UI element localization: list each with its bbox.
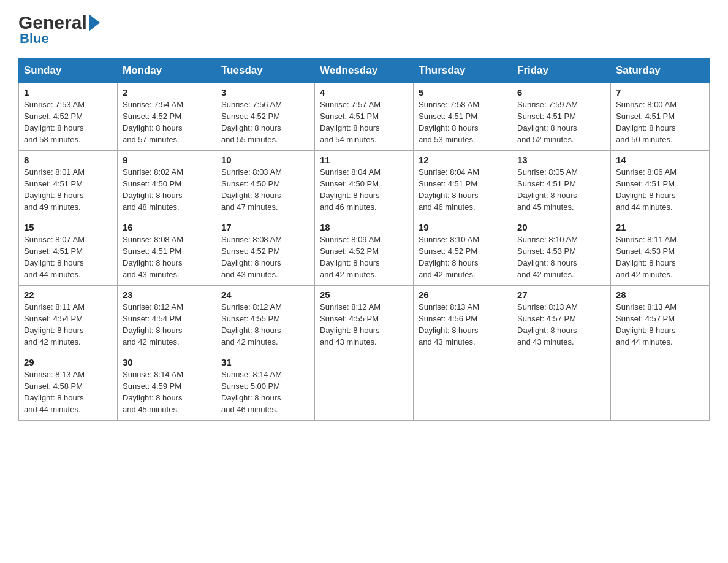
day-info: Sunrise: 8:11 AMSunset: 4:54 PMDaylight:… xyxy=(24,302,112,348)
day-info: Sunrise: 7:57 AMSunset: 4:51 PMDaylight:… xyxy=(320,99,408,145)
calendar-cell: 18Sunrise: 8:09 AMSunset: 4:52 PMDayligh… xyxy=(315,218,414,286)
day-number: 21 xyxy=(616,222,704,232)
header-tuesday: Tuesday xyxy=(216,58,315,83)
calendar-week-1: 1Sunrise: 7:53 AMSunset: 4:52 PMDaylight… xyxy=(19,83,710,151)
calendar-header-row: SundayMondayTuesdayWednesdayThursdayFrid… xyxy=(19,58,710,83)
day-info: Sunrise: 8:04 AMSunset: 4:50 PMDaylight:… xyxy=(320,167,408,213)
calendar-cell: 4Sunrise: 7:57 AMSunset: 4:51 PMDaylight… xyxy=(315,83,414,151)
day-number: 22 xyxy=(24,289,112,300)
day-number: 5 xyxy=(419,87,507,98)
day-number: 27 xyxy=(517,289,605,300)
day-info: Sunrise: 8:13 AMSunset: 4:58 PMDaylight:… xyxy=(24,369,112,415)
calendar-cell: 15Sunrise: 8:07 AMSunset: 4:51 PMDayligh… xyxy=(19,218,118,286)
calendar-cell xyxy=(414,353,512,421)
day-info: Sunrise: 8:06 AMSunset: 4:51 PMDaylight:… xyxy=(616,167,704,213)
day-info: Sunrise: 8:04 AMSunset: 4:51 PMDaylight:… xyxy=(419,167,507,213)
day-info: Sunrise: 7:58 AMSunset: 4:51 PMDaylight:… xyxy=(419,99,507,145)
day-info: Sunrise: 7:56 AMSunset: 4:52 PMDaylight:… xyxy=(221,99,309,145)
calendar-cell: 26Sunrise: 8:13 AMSunset: 4:56 PMDayligh… xyxy=(414,286,512,353)
day-number: 24 xyxy=(221,289,309,300)
calendar-cell: 22Sunrise: 8:11 AMSunset: 4:54 PMDayligh… xyxy=(19,286,118,353)
day-number: 31 xyxy=(221,357,309,367)
header-friday: Friday xyxy=(512,58,611,83)
day-info: Sunrise: 8:09 AMSunset: 4:52 PMDaylight:… xyxy=(320,234,408,280)
calendar-cell: 25Sunrise: 8:12 AMSunset: 4:55 PMDayligh… xyxy=(315,286,414,353)
day-number: 26 xyxy=(419,289,507,300)
day-info: Sunrise: 8:13 AMSunset: 4:57 PMDaylight:… xyxy=(517,302,605,348)
calendar-cell: 3Sunrise: 7:56 AMSunset: 4:52 PMDaylight… xyxy=(216,83,315,151)
day-info: Sunrise: 8:05 AMSunset: 4:51 PMDaylight:… xyxy=(517,167,605,213)
day-info: Sunrise: 8:13 AMSunset: 4:57 PMDaylight:… xyxy=(616,302,704,348)
day-info: Sunrise: 8:02 AMSunset: 4:50 PMDaylight:… xyxy=(123,167,211,213)
day-number: 10 xyxy=(221,155,309,165)
day-number: 4 xyxy=(320,87,408,98)
calendar-cell: 20Sunrise: 8:10 AMSunset: 4:53 PMDayligh… xyxy=(512,218,611,286)
calendar-cell: 2Sunrise: 7:54 AMSunset: 4:52 PMDaylight… xyxy=(118,83,216,151)
day-info: Sunrise: 8:14 AMSunset: 5:00 PMDaylight:… xyxy=(221,369,309,415)
calendar-week-2: 8Sunrise: 8:01 AMSunset: 4:51 PMDaylight… xyxy=(19,151,710,218)
calendar-week-3: 15Sunrise: 8:07 AMSunset: 4:51 PMDayligh… xyxy=(19,218,710,286)
day-info: Sunrise: 8:08 AMSunset: 4:51 PMDaylight:… xyxy=(123,234,211,280)
logo-general-text: General xyxy=(18,12,87,33)
day-info: Sunrise: 8:12 AMSunset: 4:55 PMDaylight:… xyxy=(320,302,408,348)
header-wednesday: Wednesday xyxy=(315,58,414,83)
day-info: Sunrise: 7:54 AMSunset: 4:52 PMDaylight:… xyxy=(123,99,211,145)
header-sunday: Sunday xyxy=(19,58,118,83)
day-number: 19 xyxy=(419,222,507,232)
day-info: Sunrise: 8:01 AMSunset: 4:51 PMDaylight:… xyxy=(24,167,112,213)
calendar-cell: 8Sunrise: 8:01 AMSunset: 4:51 PMDaylight… xyxy=(19,151,118,218)
page-header: General Blue xyxy=(18,12,710,47)
day-number: 6 xyxy=(517,87,605,98)
day-number: 2 xyxy=(123,87,211,98)
day-number: 13 xyxy=(517,155,605,165)
calendar-week-5: 29Sunrise: 8:13 AMSunset: 4:58 PMDayligh… xyxy=(19,353,710,421)
day-info: Sunrise: 8:03 AMSunset: 4:50 PMDaylight:… xyxy=(221,167,309,213)
calendar-cell: 6Sunrise: 7:59 AMSunset: 4:51 PMDaylight… xyxy=(512,83,611,151)
calendar-cell xyxy=(315,353,414,421)
day-number: 8 xyxy=(24,155,112,165)
calendar-cell: 21Sunrise: 8:11 AMSunset: 4:53 PMDayligh… xyxy=(611,218,710,286)
day-info: Sunrise: 8:13 AMSunset: 4:56 PMDaylight:… xyxy=(419,302,507,348)
calendar-cell: 5Sunrise: 7:58 AMSunset: 4:51 PMDaylight… xyxy=(414,83,512,151)
day-number: 12 xyxy=(419,155,507,165)
day-info: Sunrise: 8:10 AMSunset: 4:53 PMDaylight:… xyxy=(517,234,605,280)
day-number: 14 xyxy=(616,155,704,165)
calendar-cell: 7Sunrise: 8:00 AMSunset: 4:51 PMDaylight… xyxy=(611,83,710,151)
day-number: 30 xyxy=(123,357,211,367)
day-info: Sunrise: 7:53 AMSunset: 4:52 PMDaylight:… xyxy=(24,99,112,145)
logo-blue-text: Blue xyxy=(20,31,49,47)
day-info: Sunrise: 7:59 AMSunset: 4:51 PMDaylight:… xyxy=(517,99,605,145)
calendar-cell: 14Sunrise: 8:06 AMSunset: 4:51 PMDayligh… xyxy=(611,151,710,218)
day-info: Sunrise: 8:00 AMSunset: 4:51 PMDaylight:… xyxy=(616,99,704,145)
calendar-cell: 28Sunrise: 8:13 AMSunset: 4:57 PMDayligh… xyxy=(611,286,710,353)
day-number: 23 xyxy=(123,289,211,300)
calendar-cell: 16Sunrise: 8:08 AMSunset: 4:51 PMDayligh… xyxy=(118,218,216,286)
day-number: 1 xyxy=(24,87,112,98)
calendar-cell: 12Sunrise: 8:04 AMSunset: 4:51 PMDayligh… xyxy=(414,151,512,218)
header-saturday: Saturday xyxy=(611,58,710,83)
day-info: Sunrise: 8:08 AMSunset: 4:52 PMDaylight:… xyxy=(221,234,309,280)
day-number: 29 xyxy=(24,357,112,367)
calendar-cell: 31Sunrise: 8:14 AMSunset: 5:00 PMDayligh… xyxy=(216,353,315,421)
logo-arrow-icon xyxy=(89,14,100,31)
header-monday: Monday xyxy=(118,58,216,83)
day-number: 20 xyxy=(517,222,605,232)
day-number: 3 xyxy=(221,87,309,98)
calendar-cell: 23Sunrise: 8:12 AMSunset: 4:54 PMDayligh… xyxy=(118,286,216,353)
calendar-cell: 1Sunrise: 7:53 AMSunset: 4:52 PMDaylight… xyxy=(19,83,118,151)
logo: General Blue xyxy=(18,12,100,47)
day-info: Sunrise: 8:11 AMSunset: 4:53 PMDaylight:… xyxy=(616,234,704,280)
day-info: Sunrise: 8:07 AMSunset: 4:51 PMDaylight:… xyxy=(24,234,112,280)
calendar-cell: 30Sunrise: 8:14 AMSunset: 4:59 PMDayligh… xyxy=(118,353,216,421)
day-number: 16 xyxy=(123,222,211,232)
day-number: 28 xyxy=(616,289,704,300)
calendar-table: SundayMondayTuesdayWednesdayThursdayFrid… xyxy=(18,58,710,421)
day-info: Sunrise: 8:14 AMSunset: 4:59 PMDaylight:… xyxy=(123,369,211,415)
day-number: 11 xyxy=(320,155,408,165)
day-number: 7 xyxy=(616,87,704,98)
day-number: 17 xyxy=(221,222,309,232)
calendar-cell: 27Sunrise: 8:13 AMSunset: 4:57 PMDayligh… xyxy=(512,286,611,353)
calendar-cell xyxy=(512,353,611,421)
calendar-cell: 13Sunrise: 8:05 AMSunset: 4:51 PMDayligh… xyxy=(512,151,611,218)
calendar-week-4: 22Sunrise: 8:11 AMSunset: 4:54 PMDayligh… xyxy=(19,286,710,353)
